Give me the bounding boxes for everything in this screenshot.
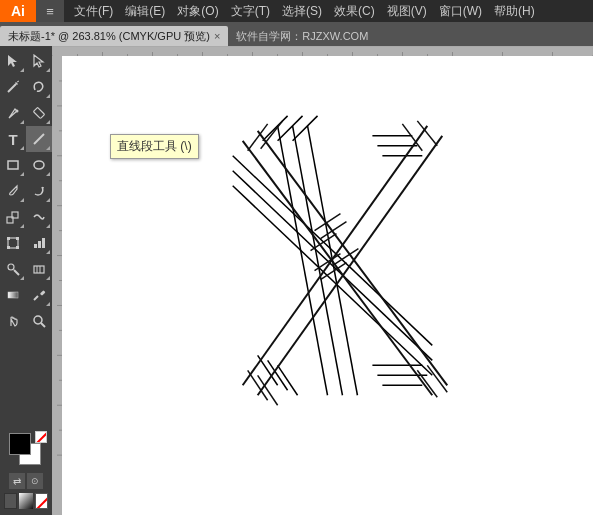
svg-rect-17 (16, 246, 19, 249)
svg-rect-8 (8, 161, 18, 169)
tab-title: 未标题-1* @ 263.81% (CMYK/GPU 预览) (8, 26, 210, 46)
menu-text[interactable]: 文字(T) (225, 0, 276, 22)
line-segment-tooltip: 直线段工具 (\) (110, 134, 199, 159)
menu-window[interactable]: 窗口(W) (433, 0, 488, 22)
svg-rect-15 (16, 237, 19, 240)
toolbar: T (0, 46, 52, 515)
svg-line-22 (14, 270, 19, 275)
svg-rect-27 (40, 290, 46, 296)
svg-line-4 (17, 81, 19, 82)
svg-rect-33 (19, 493, 32, 509)
ai-logo-button[interactable]: Ai (0, 0, 36, 22)
svg-marker-0 (8, 55, 17, 67)
default-colors-button[interactable]: ⊙ (27, 473, 43, 489)
line-segment-tool[interactable] (26, 126, 52, 152)
tool-row-7 (0, 204, 52, 230)
scale-tool[interactable] (0, 204, 26, 230)
svg-line-80 (293, 116, 318, 141)
gradient-tool[interactable] (0, 282, 26, 308)
horizontal-ruler (52, 46, 593, 56)
tool-row-11 (0, 308, 52, 334)
tooltip-text: 直线段工具 (\) (117, 139, 192, 153)
tab-close-button[interactable]: × (214, 26, 220, 46)
magic-wand-tool[interactable] (0, 74, 26, 100)
main-area: T (0, 46, 593, 515)
pen-tool[interactable] (0, 100, 26, 126)
vertical-ruler (52, 56, 62, 515)
pencil-tool[interactable] (26, 100, 52, 126)
tool-row-9 (0, 256, 52, 282)
website-label: 软件自学网：RJZXW.COM (228, 26, 376, 46)
menu-help[interactable]: 帮助(H) (488, 0, 541, 22)
zoom-tool[interactable] (26, 308, 52, 334)
tool-row-5 (0, 152, 52, 178)
svg-point-5 (16, 110, 19, 113)
ellipse-tool[interactable] (26, 152, 52, 178)
svg-rect-19 (38, 241, 41, 248)
svg-rect-18 (34, 244, 37, 248)
menu-view[interactable]: 视图(V) (381, 0, 433, 22)
svg-point-21 (8, 264, 14, 270)
svg-rect-16 (7, 246, 10, 249)
selection-tool[interactable] (0, 48, 26, 74)
tool-row-2 (0, 74, 52, 100)
menu-effect[interactable]: 效果(C) (328, 0, 381, 22)
svg-line-94 (248, 124, 268, 151)
svg-point-9 (34, 161, 44, 169)
tool-row-1 (0, 48, 52, 74)
svg-rect-14 (7, 237, 10, 240)
symbol-sprayer-tool[interactable] (0, 256, 26, 282)
menu-items: 文件(F) 编辑(E) 对象(O) 文字(T) 选择(S) 效果(C) 视图(V… (64, 0, 541, 22)
svg-line-79 (278, 116, 303, 141)
svg-point-29 (34, 316, 42, 324)
svg-rect-55 (52, 56, 62, 515)
gradient-button[interactable] (19, 493, 32, 509)
svg-marker-1 (34, 55, 43, 67)
svg-rect-20 (42, 238, 45, 248)
hand-tool[interactable] (0, 308, 26, 334)
svg-line-75 (233, 156, 433, 346)
svg-line-2 (8, 84, 16, 92)
menu-select[interactable]: 选择(S) (276, 0, 328, 22)
none-button[interactable] (35, 493, 48, 509)
canvas-drawing (62, 56, 593, 515)
tool-row-3 (0, 100, 52, 126)
lasso-tool[interactable] (26, 74, 52, 100)
menu-edit[interactable]: 编辑(E) (119, 0, 171, 22)
rotate-tool[interactable] (26, 178, 52, 204)
menu-file[interactable]: 文件(F) (68, 0, 119, 22)
svg-rect-23 (34, 266, 44, 273)
active-tab[interactable]: 未标题-1* @ 263.81% (CMYK/GPU 预览) × (0, 26, 228, 46)
svg-line-93 (243, 126, 428, 385)
svg-line-77 (233, 186, 433, 376)
svg-line-78 (263, 116, 288, 141)
tabbar: 未标题-1* @ 263.81% (CMYK/GPU 预览) × 软件自学网：R… (0, 22, 593, 46)
menu-object[interactable]: 对象(O) (171, 0, 224, 22)
svg-rect-26 (8, 292, 18, 298)
color-type-row (4, 491, 48, 511)
none-indicator (35, 431, 47, 443)
graph-tool[interactable] (26, 230, 52, 256)
menubar: Ai ≡ 文件(F) 编辑(E) 对象(O) 文字(T) 选择(S) 效果(C)… (0, 0, 593, 22)
menu-icon-button[interactable]: ≡ (36, 0, 64, 22)
svg-line-97 (417, 121, 437, 146)
paintbrush-tool[interactable] (0, 178, 26, 204)
swap-colors-button[interactable]: ⇄ (9, 473, 25, 489)
free-transform-tool[interactable] (0, 230, 26, 256)
rectangle-tool[interactable] (0, 152, 26, 178)
fill-swatch[interactable] (9, 433, 31, 455)
svg-line-7 (34, 134, 44, 144)
eyedropper-tool[interactable] (26, 282, 52, 308)
svg-line-73 (293, 126, 343, 395)
tool-row-8 (0, 230, 52, 256)
direct-selection-tool[interactable] (26, 48, 52, 74)
color-area: ⇄ ⊙ (0, 427, 52, 515)
artboard[interactable] (62, 56, 593, 515)
tool-row-4: T (0, 126, 52, 152)
tool-row-10 (0, 282, 52, 308)
warp-tool[interactable] (26, 204, 52, 230)
canvas-area[interactable]: 直线段工具 (\) (52, 46, 593, 515)
text-tool[interactable]: T (0, 126, 26, 152)
column-graph-tool[interactable] (26, 256, 52, 282)
solid-color-button[interactable] (4, 493, 17, 509)
